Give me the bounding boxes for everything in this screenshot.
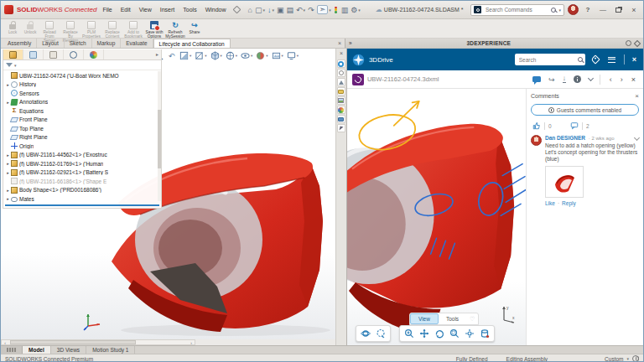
menu-file[interactable]: File: [100, 7, 114, 13]
new-caret[interactable]: ▾: [263, 8, 266, 13]
3ddrive-search[interactable]: [515, 54, 585, 65]
graphics-viewport[interactable]: ↶ ▾ ▾ ▾ ▾ ▾ ▾ ▾ ▾: [1, 49, 335, 339]
expand-arrow[interactable]: ▸: [5, 161, 11, 166]
search-icon[interactable]: [578, 57, 583, 62]
thumbs-up-icon[interactable]: [532, 122, 541, 130]
command-search[interactable]: ▾: [470, 4, 564, 16]
units-caret[interactable]: ▾: [626, 356, 629, 361]
annotation-caret[interactable]: ▾: [205, 54, 206, 58]
expand-arrow[interactable]: ▸: [5, 170, 11, 175]
download-icon[interactable]: ↓: [563, 75, 566, 83]
zoom-in-icon[interactable]: [404, 328, 414, 339]
command-search-input[interactable]: [484, 6, 548, 13]
comment-attachment-thumbnail[interactable]: [545, 166, 584, 198]
pan-icon[interactable]: [419, 328, 429, 339]
dimxpert-tab[interactable]: [64, 49, 84, 59]
rotate-icon[interactable]: [434, 328, 444, 339]
menu-tools[interactable]: Tools: [180, 7, 199, 13]
redo-button[interactable]: ↷: [308, 6, 314, 14]
scroll-left-arrow[interactable]: ‹: [2, 340, 8, 345]
annotation-views-icon[interactable]: [195, 51, 204, 60]
tree-item-component-exostructure[interactable]: ▸(f) UBW-21161-44562<1> ('Exostruc: [5, 151, 161, 160]
open-button[interactable]: ↓: [267, 6, 272, 14]
undo-button[interactable]: ↶: [296, 6, 303, 14]
tree-end-bar[interactable]: [5, 204, 159, 206]
tree-item-sensors[interactable]: Sensors: [5, 89, 161, 98]
more-tabs-button[interactable]: ▸: [104, 49, 161, 59]
section-view-icon[interactable]: [179, 51, 189, 60]
tab-scroll-control[interactable]: [1, 346, 23, 354]
view-settings-caret[interactable]: ▾: [297, 54, 299, 58]
home-button[interactable]: ⌂: [248, 6, 252, 14]
apply-scene-icon[interactable]: [272, 51, 281, 60]
expand-arrow[interactable]: ▸: [5, 82, 11, 87]
reply-link[interactable]: Reply: [562, 200, 576, 206]
search-caret[interactable]: ▾: [558, 8, 561, 13]
share-forward-icon[interactable]: ↪: [548, 75, 555, 84]
user-avatar[interactable]: [568, 4, 579, 15]
configurationmanager-tab[interactable]: [44, 49, 64, 59]
previous-file-button[interactable]: ‹: [607, 75, 615, 84]
guest-comments-banner[interactable]: Guests comments enabled: [531, 104, 639, 116]
lock-button[interactable]: Lock: [4, 20, 21, 35]
search-icon[interactable]: [551, 8, 556, 13]
undo-caret[interactable]: ▾: [304, 8, 306, 13]
tree-item-body-shape[interactable]: ▸Body Shape<1> ('PRD00168086'): [5, 186, 161, 195]
next-file-button[interactable]: ›: [618, 75, 626, 84]
tree-item-right-plane[interactable]: Right Plane: [5, 133, 161, 142]
tags-icon[interactable]: [590, 54, 600, 64]
scroll-right-arrow[interactable]: ›: [188, 340, 195, 345]
orbit-icon[interactable]: [361, 328, 371, 339]
status-units[interactable]: Custom: [605, 356, 623, 362]
select-lasso-icon[interactable]: [376, 328, 386, 339]
favorite-heart-icon[interactable]: ♡: [470, 316, 475, 323]
zoom-area-icon[interactable]: [449, 328, 460, 339]
feature-tree-scrollbar[interactable]: [158, 71, 161, 201]
menu-window[interactable]: Window: [203, 7, 229, 13]
file-folder-tab[interactable]: [337, 87, 345, 96]
menu-icon[interactable]: [608, 57, 615, 63]
replace-content-button[interactable]: Replace Content: [102, 20, 122, 39]
tree-item-mates[interactable]: ▸Mates: [5, 194, 161, 204]
display-style-caret[interactable]: ▾: [236, 54, 237, 58]
select-caret[interactable]: ▾: [329, 8, 331, 13]
comment-menu-chevron-icon[interactable]: [634, 135, 640, 141]
select-tool-button[interactable]: ➣: [317, 5, 329, 14]
new-document-button[interactable]: ▢: [255, 6, 262, 14]
menu-edit[interactable]: Edit: [118, 7, 133, 13]
tree-item-top-plane[interactable]: Top Plane: [5, 124, 161, 133]
settings-gear-tab[interactable]: [337, 69, 345, 77]
3ddrive-close-button[interactable]: ×: [631, 55, 638, 64]
tree-item-origin[interactable]: Origin: [5, 142, 161, 151]
viewport-layout-button[interactable]: ▥: [341, 6, 349, 14]
minimize-button[interactable]: —: [597, 6, 609, 13]
options-button[interactable]: ⚙: [351, 6, 357, 14]
close-preview-button[interactable]: ×: [629, 75, 638, 84]
like-link[interactable]: Like: [545, 200, 555, 206]
restore-button[interactable]: [615, 8, 621, 13]
appearance-caret[interactable]: ▾: [266, 54, 267, 58]
motion-study-tab[interactable]: Motion Study 1: [86, 346, 135, 354]
home-tab[interactable]: [337, 78, 345, 86]
share-button[interactable]: ↪Share: [186, 20, 203, 35]
tree-filter[interactable]: ▾: [3, 60, 161, 70]
tree-item-history[interactable]: ▸History: [5, 80, 161, 90]
tree-item-front-plane[interactable]: Front Plane: [5, 116, 161, 125]
edit-appearance-icon[interactable]: [256, 51, 265, 60]
tree-item-component-shape-suppressed[interactable]: (f) UBW-21161-66186<1> ('Shape E: [5, 177, 161, 186]
model-tab[interactable]: Model: [23, 346, 51, 354]
tab-markup[interactable]: Markup: [92, 39, 122, 48]
task-pane-close-icon[interactable]: ×: [340, 50, 343, 57]
view-tab[interactable]: View: [410, 313, 439, 324]
comment-bubble-icon[interactable]: [532, 76, 541, 82]
task-pane-close-button[interactable]: ×: [335, 39, 345, 48]
hide-show-items-icon[interactable]: [241, 51, 250, 60]
menu-insert[interactable]: Insert: [158, 7, 178, 13]
print-button[interactable]: ▤: [287, 6, 294, 14]
panel-settings-icon[interactable]: [626, 40, 631, 46]
tree-root[interactable]: UBW-21162-04724 ('U-Boat Worx NEMO: [5, 71, 161, 80]
viewport-horizontal-scrollbar[interactable]: ‹ ›: [1, 339, 195, 345]
save-button[interactable]: ▣: [277, 6, 284, 14]
tree-item-component-battery[interactable]: ▸(f) UBW-21162-02921<1> ('Battery S: [5, 168, 161, 178]
pin-menu-icon[interactable]: [232, 6, 241, 14]
